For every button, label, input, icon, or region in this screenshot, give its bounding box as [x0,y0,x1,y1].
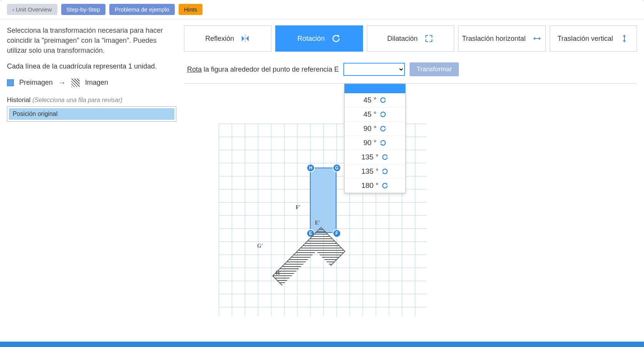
traslacion-horizontal-button[interactable]: Traslación horizontal [458,25,545,52]
dropdown-option[interactable]: 90 ° [345,122,405,136]
vertex-Fp-label: F' [296,205,300,211]
action-text: Rota la figura alrededor del punto de re… [187,65,339,74]
degree-dropdown: 45 ° 45 ° 90 ° 90 ° 135 ° 135 ° 180 ° [344,84,406,193]
vertex-H[interactable]: H [306,164,315,172]
step-by-step-button[interactable]: Step-by-Step [61,4,106,15]
preimage-swatch [7,79,14,86]
rotacion-button[interactable]: Rotación [275,25,363,52]
footer-bar [0,342,644,347]
instructions-text: Selecciona la transformación necesaria p… [7,25,176,55]
dropdown-option-blank[interactable] [345,84,405,93]
image-swatch [71,79,80,87]
dropdown-option[interactable]: 135 ° [345,164,405,179]
app-frame: ‹ Unit Overview Step-by-Step Problema de… [0,0,644,347]
traslacion-h-icon [532,34,542,44]
arrow-icon: → [58,78,66,87]
vertex-F[interactable]: F [333,229,341,238]
example-problem-button[interactable]: Problema de ejemplo [109,4,175,15]
top-nav: ‹ Unit Overview Step-by-Step Problema de… [0,0,644,19]
dropdown-option[interactable]: 45 ° [345,107,405,122]
rotacion-icon [331,34,341,44]
vertex-G[interactable]: G [333,164,341,172]
vertex-Gp-label: G' [257,243,263,249]
vertex-Hp-label: H' [276,270,281,276]
hints-button[interactable]: Hints [179,4,202,15]
transformar-button[interactable]: Transformar [410,62,459,76]
reflexion-icon [240,34,250,44]
dilatacion-button[interactable]: Dilatación [367,25,454,52]
action-row: Rota la figura alrededor del punto de re… [184,57,637,84]
transform-toolbar: Reflexión Rotación Dilatación [184,25,637,52]
dropdown-option[interactable]: 135 ° [345,150,405,164]
traslacion-vertical-button[interactable]: Traslación vertical [550,25,637,52]
traslacion-v-icon [619,34,629,44]
preimage-label: Preimagen [19,79,53,87]
legend: Preimagen → Imagen [7,78,176,87]
image-shape[interactable] [266,208,320,285]
unit-overview-button[interactable]: ‹ Unit Overview [7,4,57,15]
dropdown-option[interactable]: 90 ° [345,136,405,150]
dropdown-option[interactable]: 180 ° [345,179,405,193]
right-panel: Reflexión Rotación Dilatación [184,25,637,342]
workspace: 45 ° 45 ° 90 ° 90 ° 135 ° 135 ° 180 ° H … [184,89,637,342]
reflexion-button[interactable]: Reflexión [184,25,271,52]
degree-select[interactable] [343,63,405,76]
dilatacion-icon [424,34,434,44]
left-panel: Selecciona la transformación necesaria p… [7,25,176,342]
image-label: Imagen [85,79,108,87]
grid-unit-text: Cada línea de la cuadrícula representa 1… [7,62,176,70]
dropdown-option[interactable]: 45 ° [345,93,405,107]
history-item[interactable]: Posición original [9,108,174,120]
history-heading: Historial (Selecciona una fila para revi… [7,96,176,104]
vertex-Ep-label: E' [315,220,320,226]
history-list: Posición original [7,106,176,122]
